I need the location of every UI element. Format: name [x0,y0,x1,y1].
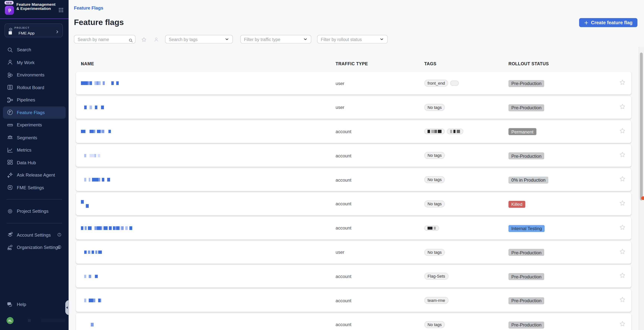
favorite-star[interactable] [620,152,626,160]
tag-chip[interactable]: No tags [424,200,445,207]
tag-chip[interactable]: team-rme [424,297,448,304]
scrollbar-thumb[interactable] [640,52,642,200]
favorite-star[interactable] [620,224,626,232]
sidebar-item-pipelines[interactable]: Pipelines [0,94,68,106]
info-icon[interactable] [57,245,62,250]
sidebar-item-metrics[interactable]: Metrics [0,144,68,156]
redacted-block [95,250,97,254]
table-row[interactable]: userNo tagsPre-Production [76,241,631,264]
sidebar-item-ask-release-agent[interactable]: Ask Release Agent [0,169,68,181]
table-row[interactable]: accountNo tagsPre-Production [76,144,631,167]
sidebar-item-segments[interactable]: Segments [0,131,68,144]
owner-filter-icon[interactable] [154,36,159,44]
flag-name-redacted[interactable] [81,106,336,109]
flag-name-redacted[interactable] [81,226,336,230]
tag-chip-redacted[interactable] [447,129,463,134]
user-avatar[interactable]: AL [6,317,14,324]
favorite-star[interactable] [620,200,626,208]
favorite-star[interactable] [620,176,626,184]
rollout-status-filter-select[interactable]: Filter by rollout status [317,35,388,44]
table-row[interactable]: userfront_endPre-Production [76,72,631,94]
flag-name-redacted[interactable] [81,275,336,278]
sidebar-item-project-settings[interactable]: Project Settings [0,205,68,218]
sidebar-item-rollout-board[interactable]: Rollout Board [0,81,68,94]
flag-name-redacted[interactable] [81,250,336,254]
favorite-star[interactable] [620,272,626,280]
search-by-name-input[interactable] [74,35,136,44]
info-icon[interactable] [57,232,62,238]
rollout-status-badge: Pre-Production [508,322,544,328]
redacted-block [90,250,92,254]
starred-filter-icon[interactable] [141,36,147,44]
column-header-tags[interactable]: TAGS [424,61,436,66]
sidebar-item-my-work[interactable]: My Work [0,56,68,68]
sidebar-item-feature-flags[interactable]: Feature Flags [3,106,66,118]
tag-chip-redacted[interactable] [424,129,445,134]
create-feature-flag-button[interactable]: Create feature flag [579,18,638,27]
traffic-type-filter-select[interactable]: Filter by traffic type [240,35,311,44]
tag-chip[interactable]: No tags [424,104,445,111]
favorite-star[interactable] [620,104,626,111]
redacted-footer-icon [28,319,31,322]
table-row[interactable]: accountNo tagsKilled [76,192,631,215]
favorite-star[interactable] [620,79,626,87]
star-icon [620,248,626,256]
flag-name-redacted[interactable] [81,178,336,182]
sidebar-item-search[interactable]: Search [0,44,68,56]
flag-name-redacted[interactable] [81,130,336,133]
redacted-block [99,178,100,182]
redacted-block [101,82,103,85]
sidebar-item-organization-settings[interactable]: Organization Settings [0,241,68,254]
favorite-star[interactable] [620,248,626,256]
flag-name-redacted[interactable] [81,323,336,326]
tag-chip-empty[interactable] [450,80,459,86]
sidebar-item-data-hub[interactable]: Data Hub [0,156,68,169]
table-row[interactable]: accountteam-rmePre-Production [76,289,631,312]
tag-chip[interactable]: No tags [424,321,445,328]
flag-name-redacted[interactable] [81,200,336,208]
favorite-star[interactable] [620,321,626,328]
sidebar-item-experiments[interactable]: Experiments [0,119,68,131]
sidebar-item-environments[interactable]: Environments [0,68,68,81]
redacted-block [102,130,104,133]
column-header-rollout-status[interactable]: ROLLOUT STATUS [508,61,549,66]
table-row[interactable]: accountNo tagsPre-Production [76,314,631,330]
favorite-star[interactable] [620,128,626,135]
tag-chip[interactable]: No tags [424,249,445,256]
app-switcher-grid-icon[interactable] [58,7,64,14]
favorite-star[interactable] [620,297,626,304]
project-selector[interactable]: PROJECT FME App [4,23,63,37]
tag-chip[interactable]: No tags [424,176,445,183]
table-row[interactable]: accountPermanent [76,120,631,143]
traffic-type-filter-value: Filter by traffic type [244,37,280,42]
table-row[interactable]: accountNo tags0% in Production [76,168,631,191]
flag-name-redacted[interactable] [81,299,336,302]
sidebar-item-label: Project Settings [17,209,48,214]
sidebar-item-label: My Work [17,60,34,65]
table-row[interactable]: accountInternal Testing [76,217,631,240]
column-header-traffic-type[interactable]: TRAFFIC TYPE [336,61,368,66]
star-icon [620,79,626,87]
tag-chip-redacted[interactable] [424,225,439,231]
table-row[interactable]: userNo tagsPre-Production [76,96,631,118]
redacted-block [90,82,92,85]
sidebar-collapse-handle[interactable] [65,300,69,315]
tag-chip[interactable]: Flag-Sets [424,273,448,280]
redacted-block [94,130,95,133]
breadcrumb[interactable]: Feature Flags [74,6,104,10]
redacted-block [90,178,92,182]
search-by-tags-select[interactable]: Search by tags [165,35,233,44]
redacted-block [115,226,116,230]
redacted-block [84,250,87,254]
tag-chip[interactable]: No tags [424,152,445,159]
sidebar-item-help[interactable]: ? Help [0,298,68,310]
sidebar-item-fme-settings[interactable]: FME Settings [0,182,68,194]
tag-chip[interactable]: front_end [424,80,448,86]
account-settings-icon [7,232,13,238]
scrollbar-track[interactable] [638,47,644,330]
sidebar-item-account-settings[interactable]: Account Settings [0,228,68,241]
table-row[interactable]: accountFlag-SetsPre-Production [76,265,631,288]
chevron-down-icon [303,37,308,42]
flag-name-redacted[interactable] [81,154,336,157]
flag-name-redacted[interactable] [81,82,336,85]
